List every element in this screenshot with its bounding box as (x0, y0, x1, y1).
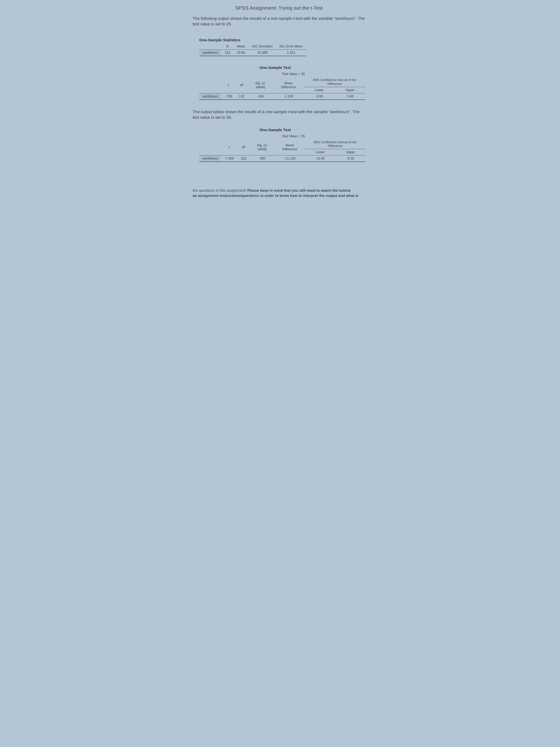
cell-t: -.799 (221, 93, 236, 100)
stats-table-title: One-Sample Statistics (199, 38, 366, 42)
test25-test-value: Test Value = 25 (221, 71, 366, 77)
intro-paragraph-1: The following output shows the results o… (193, 16, 366, 27)
cell-upper: 1.68 (335, 93, 366, 100)
stats-table: N Mean Std. Deviation Std. Error Mean wo… (199, 43, 306, 56)
col-mean: Mean (234, 43, 248, 50)
footnote-plain: the questions in this assignment! (193, 188, 247, 192)
col-t: t (221, 139, 237, 155)
cell-lower: -13.95 (305, 155, 336, 162)
col-upper: Upper (335, 87, 366, 93)
col-upper: Upper (336, 149, 366, 155)
col-ci: 95% Confidence Interval of the Differenc… (305, 139, 366, 149)
cell-meandiff: -11.135 (275, 155, 305, 162)
col-sig: Sig. (2-tailed) (250, 139, 275, 155)
footnote-bold-1: Please keep in mind that you still need … (247, 188, 351, 192)
test35-title: One-Sample Test (199, 128, 351, 132)
col-df: df (237, 139, 250, 155)
footnote-bold-2: ne assignment instructions/questions in … (193, 194, 358, 198)
col-ci: 95% Confidence Interval of the Differenc… (303, 77, 366, 87)
cell-sig: .000 (250, 155, 275, 162)
col-sd: Std. Deviation (248, 43, 276, 50)
table-row: workhours -.799 132 .426 -1.135 -3.95 1.… (199, 93, 366, 100)
cell-upper: -8.32 (336, 155, 366, 162)
col-df: df (236, 77, 248, 93)
col-n: N (221, 43, 234, 50)
table-row: workhours -7.836 132 .000 -11.135 -13.95… (199, 155, 366, 162)
footer-note: the questions in this assignment! Please… (193, 188, 366, 198)
col-sem: Std. Error Mean (276, 43, 306, 50)
cell-sem: 1.421 (276, 50, 306, 56)
one-sample-statistics-section: One-Sample Statistics N Mean Std. Deviat… (199, 38, 366, 56)
col-meandiff: Mean Difference (275, 139, 305, 155)
page-title: SPSS Assignment: Trying out the t-Test (193, 5, 366, 11)
test35-table: Test Value = 35 t df Sig. (2-tailed) Mea… (199, 133, 366, 162)
row-label: workhours (199, 155, 221, 162)
one-sample-test-25-section: One-Sample Test Test Value = 25 t df Sig… (199, 66, 366, 100)
test25-title: One-Sample Test (199, 66, 351, 70)
test25-table: Test Value = 25 t df Sig. (2-tailed) Mea… (199, 71, 366, 100)
intro-paragraph-2: The output below shows the results of a … (193, 109, 366, 120)
col-meandiff: Mean Difference (273, 77, 303, 93)
document-page: SPSS Assignment: Trying out the t-Test T… (191, 0, 369, 205)
row-label: workhours (199, 93, 221, 100)
test35-test-value: Test Value = 35 (221, 133, 366, 139)
cell-mean: 23.86 (234, 50, 248, 56)
cell-df: 132 (236, 93, 248, 100)
col-lower: Lower (303, 87, 335, 93)
cell-sig: .426 (248, 93, 273, 100)
table-row: workhours 133 23.86 16.388 1.421 (199, 50, 306, 56)
col-sig: Sig. (2-tailed) (248, 77, 273, 93)
col-t: t (221, 77, 236, 93)
cell-df: 132 (237, 155, 250, 162)
cell-sd: 16.388 (248, 50, 276, 56)
cell-n: 133 (221, 50, 234, 56)
one-sample-test-35-section: One-Sample Test Test Value = 35 t df Sig… (199, 128, 366, 162)
row-label: workhours (199, 50, 221, 56)
cell-lower: -3.95 (303, 93, 335, 100)
cell-meandiff: -1.135 (273, 93, 303, 100)
col-lower: Lower (305, 149, 336, 155)
cell-t: -7.836 (221, 155, 237, 162)
